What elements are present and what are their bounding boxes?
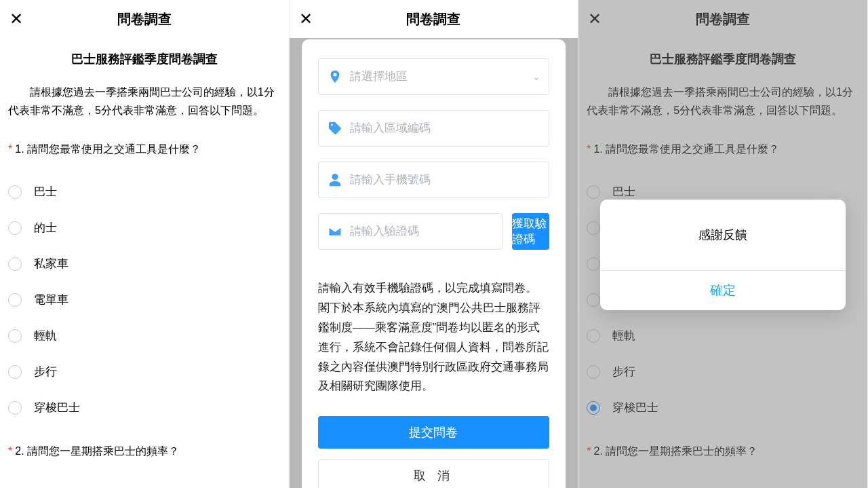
q1-opt-shuttle[interactable]: 穿梭巴士 (8, 390, 281, 426)
screen-verify: ✕ 問卷調查 ⌄ 獲取驗證碼 請輸入有效手機驗證碼，以完成填寫問卷。 閣下於本系… (290, 0, 579, 488)
radio-icon (8, 365, 22, 379)
phone-input[interactable] (350, 173, 541, 187)
tag-icon (327, 121, 343, 136)
verify-modal: ⌄ 獲取驗證碼 請輸入有效手機驗證碼，以完成填寫問卷。 閣下於本系統內填寫的“澳… (302, 39, 566, 488)
q1-opt-walk[interactable]: 步行 (8, 354, 281, 390)
survey-content: 巴士服務評鑑季度問卷調查 請根據您過去一季搭乘兩間巴士公司的經驗，以1分代表非常… (0, 38, 289, 488)
close-icon[interactable]: ✕ (9, 11, 23, 27)
person-icon (327, 172, 343, 187)
mail-icon (327, 224, 343, 239)
radio-icon (8, 401, 22, 415)
code-field[interactable] (318, 213, 502, 250)
q2-number: 2. (15, 441, 24, 462)
close-icon[interactable]: ✕ (299, 11, 313, 27)
region-select[interactable]: ⌄ (318, 58, 550, 95)
screen-thanks: ✕ 問卷調查 巴士服務評鑑季度問卷調查 請根據您過去一季搭乘兩間巴士公司的經驗，… (578, 0, 868, 488)
location-pin-icon (327, 69, 343, 84)
radio-icon (8, 185, 22, 199)
header: ✕ 問卷調查 (290, 0, 578, 38)
q2-text: 請問您一星期搭乘巴士的頻率？ (27, 441, 179, 462)
disclaimer-text: 請輸入有效手機驗證碼，以完成填寫問卷。 閣下於本系統內填寫的“澳門公共巴士服務評… (318, 278, 550, 396)
phone-field[interactable] (318, 162, 550, 198)
alert-dialog: 感謝反饋 確定 (600, 200, 846, 310)
q1-options: 巴士 的士 私家車 電單車 輕軌 步行 穿梭巴士 (8, 174, 281, 426)
get-code-button[interactable]: 獲取驗證碼 (512, 213, 550, 250)
radio-icon (8, 293, 22, 307)
page-title: 問卷調查 (290, 10, 578, 29)
q1-text: 請問您最常使用之交通工具是什麼？ (27, 139, 201, 159)
alert-ok-button[interactable]: 確定 (600, 271, 846, 310)
cancel-button[interactable]: 取 消 (318, 459, 550, 488)
question-1: * 1. 請問您最常使用之交通工具是什麼？ (8, 139, 281, 159)
code-row: 獲取驗證碼 (318, 213, 550, 250)
zone-field[interactable] (318, 110, 550, 147)
q1-opt-bus[interactable]: 巴士 (8, 174, 281, 210)
radio-icon (8, 329, 22, 343)
region-input[interactable] (350, 70, 533, 83)
q1-opt-private[interactable]: 私家車 (8, 246, 281, 282)
survey-title: 巴士服務評鑑季度問卷調查 (8, 48, 281, 71)
code-input[interactable] (350, 225, 494, 238)
survey-intro: 請根據您過去一季搭乘兩間巴士公司的經驗，以1分代表非常不滿意，5分代表非常滿意，… (8, 83, 281, 119)
alert-message: 感謝反饋 (600, 200, 846, 270)
screen-survey: ✕ 問卷調查 巴士服務評鑑季度問卷調查 請根據您過去一季搭乘兩間巴士公司的經驗，… (0, 0, 290, 488)
radio-icon (8, 221, 22, 235)
q1-opt-taxi[interactable]: 的士 (8, 210, 281, 246)
required-star: * (8, 441, 12, 462)
question-2: * 2. 請問您一星期搭乘巴士的頻率？ (8, 441, 281, 462)
page-title: 問卷調查 (0, 10, 289, 29)
q1-number: 1. (15, 139, 24, 159)
required-star: * (8, 139, 12, 159)
q2-options: 少於1次 (8, 476, 281, 488)
chevron-down-icon: ⌄ (532, 71, 540, 82)
radio-icon (8, 257, 22, 271)
q2-opt-less1[interactable]: 少於1次 (8, 476, 281, 488)
q1-opt-lrt[interactable]: 輕軌 (8, 318, 281, 354)
zone-input[interactable] (350, 121, 541, 135)
q1-opt-moto[interactable]: 電單車 (8, 282, 281, 318)
header: ✕ 問卷調查 (0, 0, 289, 38)
submit-button[interactable]: 提交問卷 (318, 416, 550, 449)
